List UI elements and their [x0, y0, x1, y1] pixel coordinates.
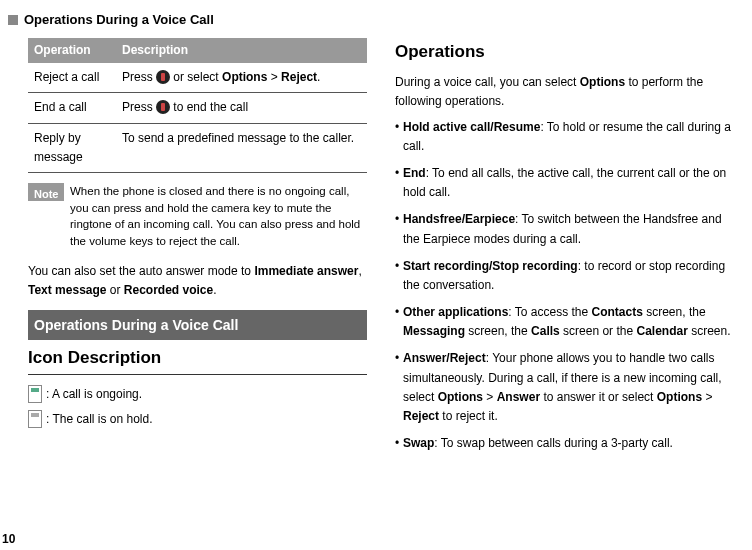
text: >: [483, 390, 497, 404]
bullet-dot: •: [395, 210, 403, 248]
cell-op: End a call: [28, 93, 116, 123]
text: : To end all calls, the active call, the…: [403, 166, 726, 199]
section-bar: Operations During a Voice Call: [28, 310, 367, 340]
bold-text: Answer: [497, 390, 540, 404]
icon-description-heading: Icon Description: [28, 344, 367, 374]
list-item: • Start recording/Stop recording: to rec…: [395, 257, 734, 295]
bullet-dot: •: [395, 349, 403, 426]
bold-text: Swap: [403, 436, 434, 450]
top-heading-bar: Operations During a Voice Call: [0, 12, 214, 27]
bold-text: Text message: [28, 283, 107, 297]
auto-answer-paragraph: You can also set the auto answer mode to…: [28, 262, 367, 300]
text: ,: [358, 264, 361, 278]
bold-text: Answer/Reject: [403, 351, 486, 365]
operations-intro: During a voice call, you can select Opti…: [395, 73, 734, 111]
text: : To access the: [508, 305, 591, 319]
text: screen or the: [560, 324, 637, 338]
table-row: Reply by message To send a predefined me…: [28, 123, 367, 172]
bold-text: Calendar: [636, 324, 687, 338]
bold-text: Contacts: [592, 305, 643, 319]
bold-text: Hold active call/Resume: [403, 120, 540, 134]
bullet-dot: •: [395, 303, 403, 341]
text: screen, the: [643, 305, 706, 319]
table-row: End a call Press to end the call: [28, 93, 367, 123]
cell-desc: Press or select Options > Reject.: [116, 63, 367, 93]
bold-text: Recorded voice: [124, 283, 213, 297]
left-column: Operation Description Reject a call Pres…: [28, 38, 367, 461]
text: to reject it.: [439, 409, 498, 423]
bold-text: Options: [222, 70, 267, 84]
cell-desc: To send a predefined message to the call…: [116, 123, 367, 172]
bold-text: Messaging: [403, 324, 465, 338]
list-item: • End: To end all calls, the active call…: [395, 164, 734, 202]
text: Press: [122, 100, 156, 114]
text: During a voice call, you can select: [395, 75, 580, 89]
table-header-description: Description: [116, 38, 367, 63]
cell-op: Reject a call: [28, 63, 116, 93]
bold-text: Handsfree/Earpiece: [403, 212, 515, 226]
text: .: [213, 283, 216, 297]
page-number: 10: [2, 532, 15, 546]
end-key-icon: [156, 100, 170, 114]
note-box: Note When the phone is closed and there …: [28, 183, 367, 250]
bold-text: Reject: [403, 409, 439, 423]
note-text: When the phone is closed and there is no…: [70, 183, 367, 250]
text: screen.: [688, 324, 731, 338]
bold-text: Calls: [531, 324, 560, 338]
bullet-list: • Hold active call/Resume: To hold or re…: [395, 118, 734, 454]
bullet-dot: •: [395, 257, 403, 295]
text: screen, the: [465, 324, 531, 338]
text: .: [317, 70, 320, 84]
bold-text: Reject: [281, 70, 317, 84]
bold-text: Start recording/Stop recording: [403, 259, 578, 273]
call-ongoing-icon: [28, 385, 42, 403]
icon-ongoing-text: : A call is ongoing.: [46, 385, 142, 404]
text: : To swap between calls during a 3-party…: [434, 436, 673, 450]
icon-line-ongoing: : A call is ongoing.: [28, 385, 367, 404]
text: You can also set the auto answer mode to: [28, 264, 254, 278]
bold-text: Options: [657, 390, 702, 404]
right-column: Operations During a voice call, you can …: [395, 38, 734, 461]
bold-text: Other applications: [403, 305, 508, 319]
bold-text: End: [403, 166, 426, 180]
cell-op: Reply by message: [28, 123, 116, 172]
call-hold-icon: [28, 410, 42, 428]
table-header-operation: Operation: [28, 38, 116, 63]
end-key-icon: [156, 70, 170, 84]
operations-table: Operation Description Reject a call Pres…: [28, 38, 367, 173]
icon-line-hold: : The call is on hold.: [28, 410, 367, 429]
text: >: [702, 390, 712, 404]
list-item: • Answer/Reject: Your phone allows you t…: [395, 349, 734, 426]
note-label: Note: [28, 183, 64, 201]
bold-text: Immediate answer: [254, 264, 358, 278]
text: or select: [170, 70, 222, 84]
list-item: • Other applications: To access the Cont…: [395, 303, 734, 341]
bold-text: Options: [438, 390, 483, 404]
bold-text: Options: [580, 75, 625, 89]
icon-hold-text: : The call is on hold.: [46, 410, 153, 429]
text: to answer it or select: [540, 390, 657, 404]
text: to end the call: [170, 100, 248, 114]
square-bullet-icon: [8, 15, 18, 25]
list-item: • Handsfree/Earpiece: To switch between …: [395, 210, 734, 248]
operations-heading: Operations: [395, 38, 734, 65]
list-item: • Hold active call/Resume: To hold or re…: [395, 118, 734, 156]
cell-desc: Press to end the call: [116, 93, 367, 123]
text: Press: [122, 70, 156, 84]
text: or: [107, 283, 124, 297]
bullet-dot: •: [395, 118, 403, 156]
top-heading: Operations During a Voice Call: [24, 12, 214, 27]
bullet-dot: •: [395, 164, 403, 202]
bullet-dot: •: [395, 434, 403, 453]
list-item: • Swap: To swap between calls during a 3…: [395, 434, 734, 453]
table-row: Reject a call Press or select Options > …: [28, 63, 367, 93]
text: >: [267, 70, 281, 84]
